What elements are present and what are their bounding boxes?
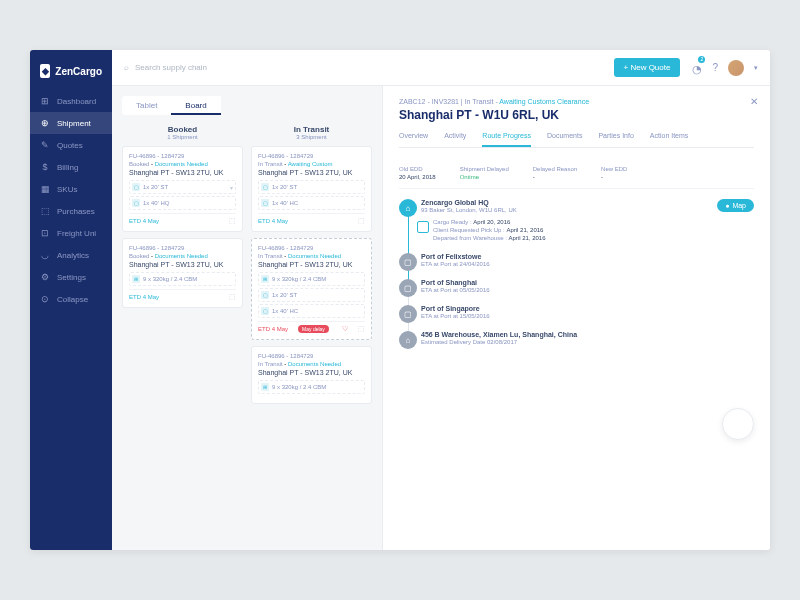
view-tabs: Tablet Board [122, 96, 221, 115]
nav-quotes[interactable]: ✎Quotes [30, 134, 112, 156]
nav-freight[interactable]: ⊡Freight Uni [30, 222, 112, 244]
dtab-activity[interactable]: Activity [444, 132, 466, 147]
close-icon[interactable]: ✕ [750, 96, 758, 107]
dtab-route[interactable]: Route Progress [482, 132, 531, 147]
billing-icon: $ [40, 162, 50, 172]
timeline-wrap: ●Map ⌂ Zencargo Global HQ 93 Baker St, L… [399, 199, 754, 345]
detail-tabs: Overview Activity Route Progress Documen… [399, 132, 754, 148]
shipment-icon: ⊕ [40, 118, 50, 128]
info-row: Old EDD20 April, 2018 Shipment DelayedOn… [399, 158, 754, 189]
main: ⌕ Search supply chain + New Quote ◔ 2 ? … [112, 50, 770, 550]
shipment-card[interactable]: FU-46896 - 1284729 Booked - Documents Ne… [122, 238, 243, 308]
freight-icon: ⊡ [40, 228, 50, 238]
dtab-overview[interactable]: Overview [399, 132, 428, 147]
settings-icon: ⚙ [40, 272, 50, 282]
notif-badge: 2 [698, 56, 705, 63]
dtab-parties[interactable]: Parties Info [598, 132, 633, 147]
avatar[interactable] [728, 60, 744, 76]
lock-icon: ⬚ [358, 325, 365, 333]
shipment-card[interactable]: FU-46896 - 1284729 In Transit - Awaiting… [251, 146, 372, 232]
skus-icon: ▦ [40, 184, 50, 194]
nav-skus[interactable]: ▦SKUs [30, 178, 112, 200]
container-icon: ▢ [261, 291, 269, 299]
dashboard-icon: ⊞ [40, 96, 50, 106]
box-icon: ⊞ [132, 275, 140, 283]
tab-tablet[interactable]: Tablet [122, 96, 171, 115]
warehouse-icon: ⌂ [399, 199, 417, 217]
shipment-card[interactable]: FU-46896 - 1284729 In Transit - Document… [251, 238, 372, 340]
breadcrumb: ZABC12 - INV3281 | In Transit - Awaiting… [399, 98, 754, 105]
notifications-button[interactable]: ◔ 2 [692, 59, 702, 77]
chevron-down-icon[interactable]: ▾ [754, 64, 758, 72]
brand-name: ZenCargo [55, 66, 102, 77]
topbar-actions: ◔ 2 ? ▾ [692, 59, 758, 77]
timeline-item: ▢ Port of Felixstowe ETA at Port at 24/0… [421, 253, 754, 267]
delay-pill: May delay [298, 325, 329, 333]
container-icon: ▢ [132, 183, 140, 191]
port-icon: ▢ [399, 279, 417, 297]
nav-settings[interactable]: ⚙Settings [30, 266, 112, 288]
sidebar: ◆ ZenCargo ⊞Dashboard ⊕Shipment ✎Quotes … [30, 50, 112, 550]
fab-button[interactable] [722, 408, 754, 440]
lock-icon: ⬚ [358, 217, 365, 225]
board-columns: Booked 1 Shipment FU-46896 - 1284729 Boo… [122, 125, 372, 410]
analytics-icon: ◡ [40, 250, 50, 260]
logo[interactable]: ◆ ZenCargo [30, 60, 112, 90]
nav-analytics[interactable]: ◡Analytics [30, 244, 112, 266]
shipment-card[interactable]: FU-46896 - 1284729 Booked - Documents Ne… [122, 146, 243, 232]
timeline-item: ▢ Port of Singapore ETA at Port at 15/05… [421, 305, 754, 319]
container-icon: ▢ [261, 183, 269, 191]
nav-purchases[interactable]: ⬚Purchases [30, 200, 112, 222]
board-panel: Tablet Board Booked 1 Shipment FU-46896 … [112, 86, 382, 550]
timeline: ⌂ Zencargo Global HQ 93 Baker St, London… [399, 199, 754, 345]
quotes-icon: ✎ [40, 140, 50, 150]
port-icon: ▢ [399, 305, 417, 323]
search-input[interactable]: ⌕ Search supply chain [124, 63, 614, 72]
container-icon: ▢ [261, 199, 269, 207]
purchases-icon: ⬚ [40, 206, 50, 216]
container-icon: ▢ [261, 307, 269, 315]
timeline-item: ⌂ Zencargo Global HQ 93 Baker St, London… [421, 199, 754, 241]
heart-icon[interactable]: ♡ [342, 325, 348, 333]
topbar: ⌕ Search supply chain + New Quote ◔ 2 ? … [112, 50, 770, 86]
column-header: In Transit 3 Shipment [251, 125, 372, 140]
app-window: ◆ ZenCargo ⊞Dashboard ⊕Shipment ✎Quotes … [30, 50, 770, 550]
box-icon: ⊞ [261, 383, 269, 391]
nav-billing[interactable]: $Billing [30, 156, 112, 178]
column-transit: In Transit 3 Shipment FU-46896 - 1284729… [251, 125, 372, 410]
dtab-actions[interactable]: Action Items [650, 132, 689, 147]
warehouse-icon: ⌂ [399, 331, 417, 349]
column-booked: Booked 1 Shipment FU-46896 - 1284729 Boo… [122, 125, 243, 410]
content: Tablet Board Booked 1 Shipment FU-46896 … [112, 86, 770, 550]
timeline-item: ▢ Port of Shanghai ETA at Port at 05/05/… [421, 279, 754, 293]
shipment-card[interactable]: FU-46896 - 1284729 In Transit - Document… [251, 346, 372, 404]
dtab-documents[interactable]: Documents [547, 132, 582, 147]
collapse-icon: ⊙ [40, 294, 50, 304]
lock-icon: ⬚ [229, 293, 236, 301]
detail-title: Shanghai PT - W1U 6RL, UK [399, 108, 754, 122]
search-icon: ⌕ [124, 63, 129, 72]
lock-icon: ⬚ [229, 217, 236, 225]
port-icon: ▢ [399, 253, 417, 271]
logo-icon: ◆ [40, 64, 50, 78]
tab-board[interactable]: Board [171, 96, 220, 115]
nav-shipment[interactable]: ⊕Shipment [30, 112, 112, 134]
nav-dashboard[interactable]: ⊞Dashboard [30, 90, 112, 112]
nav-collapse[interactable]: ⊙Collapse [30, 288, 112, 310]
help-icon[interactable]: ? [712, 62, 718, 73]
timeline-item: ⌂ 456 B Warehouse, Xiamen Lu, Shanghai, … [421, 331, 754, 345]
bell-icon: ◔ [692, 63, 702, 75]
box-icon: ⊞ [261, 275, 269, 283]
new-quote-button[interactable]: + New Quote [614, 58, 681, 77]
container-icon: ▢ [132, 199, 140, 207]
column-header: Booked 1 Shipment [122, 125, 243, 140]
detail-panel: ✕ ZABC12 - INV3281 | In Transit - Awaiti… [382, 86, 770, 550]
